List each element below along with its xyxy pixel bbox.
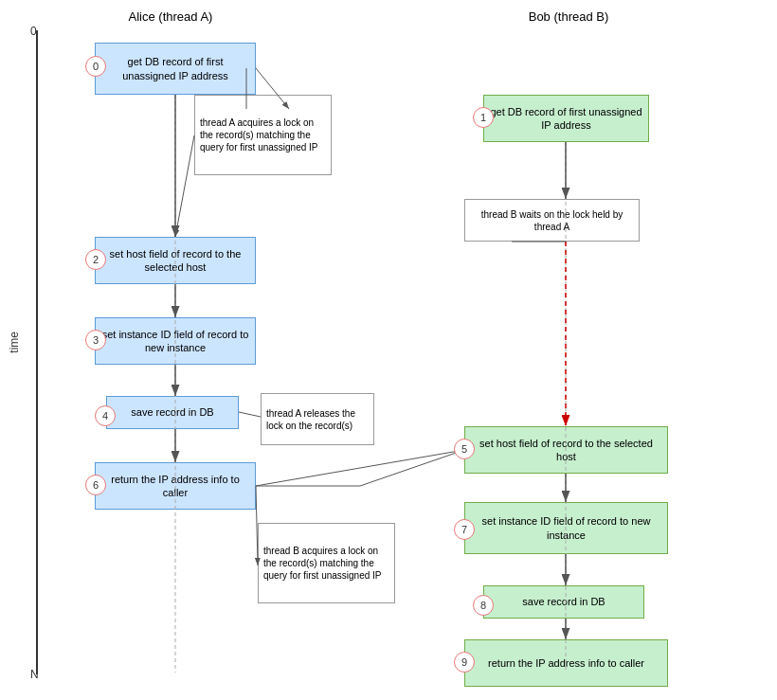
alice-header: Alice (thread A) [76,9,265,24]
n-label: N [30,668,39,681]
circle-6: 6 [85,475,106,495]
alice-set-instance-box: set instance ID field of record to new i… [95,317,256,365]
alice-save-box: save record in DB [106,396,239,429]
bob-wait-box: thread B waits on the lock held by threa… [464,199,640,242]
svg-line-7 [175,135,194,237]
alice-return-box: return the IP address info to caller [95,462,256,510]
bob-header: Bob (thread B) [464,9,673,24]
bob-get-db-box: get DB record of first unassigned IP add… [483,95,649,142]
diagram-container: Alice (thread A) Bob (thread B) time 0 N… [0,0,777,700]
alice-lock-box: thread A acquires a lock on the record(s… [194,95,332,175]
alice-set-host-box: set host field of record to the selected… [95,237,256,284]
circle-4: 4 [95,405,116,426]
circle-5: 5 [454,439,475,459]
circle-9: 9 [454,652,475,673]
circle-3: 3 [85,330,106,350]
bob-return-box: return the IP address info to caller [464,639,668,687]
bob-acquire-box: thread B acquires a lock on the record(s… [258,523,395,603]
bob-save-box: save record in DB [483,585,644,619]
circle-0: 0 [85,56,106,77]
circle-1: 1 [473,107,494,128]
alice-get-db-box: get DB record of first unassigned IP add… [95,43,256,95]
circle-8: 8 [473,595,494,616]
zero-label: 0 [30,25,37,38]
bob-set-instance-box: set instance ID field of record to new i… [464,502,668,554]
circle-2: 2 [85,249,106,270]
circle-7: 7 [454,519,475,540]
time-axis [36,30,38,674]
time-label: time [8,332,21,353]
svg-line-14 [360,450,464,486]
svg-line-11 [239,412,261,417]
svg-line-12 [256,450,464,486]
alice-release-box: thread A releases the lock on the record… [261,393,374,445]
bob-set-host-box: set host field of record to the selected… [464,426,668,474]
